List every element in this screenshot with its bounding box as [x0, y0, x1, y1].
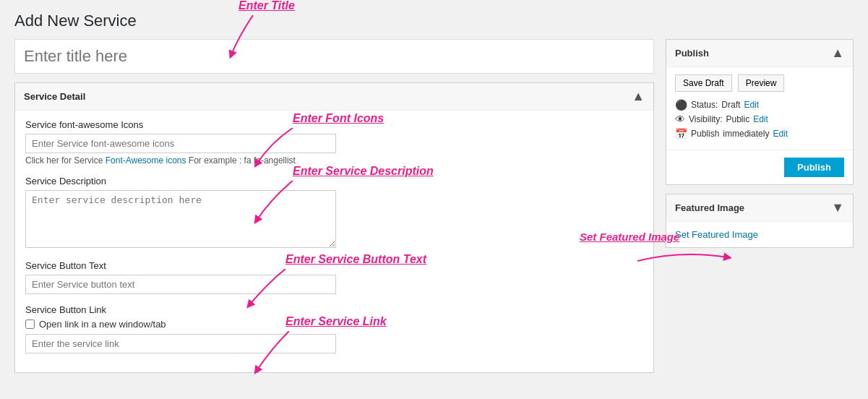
featured-image-header: Featured Image ▼ — [666, 194, 853, 222]
title-input[interactable] — [14, 39, 654, 74]
visibility-label: Visibility: — [689, 114, 722, 124]
service-detail-header: Service Detail ▲ — [15, 83, 653, 111]
featured-image-body: Set Featured Image — [666, 222, 853, 247]
publish-time-row: 📅 Publish immediately Edit — [675, 128, 844, 140]
button-text-input[interactable] — [25, 275, 336, 294]
status-label: Status: — [691, 100, 718, 110]
preview-button[interactable]: Preview — [738, 74, 785, 92]
font-awesome-link[interactable]: Font-Awesome icons — [106, 155, 186, 166]
featured-image-box: Set Featured Image Featured Image ▼ Set … — [666, 194, 854, 248]
featured-image-toggle[interactable]: ▼ — [831, 200, 844, 215]
annotation-enter-title: Enter Title — [239, 0, 295, 12]
button-text-group: Enter Service Button Text Service Button… — [25, 260, 643, 294]
button-link-label: Service Button Link — [25, 304, 643, 315]
button-link-group: Enter Service Link Service Button Link O… — [25, 304, 643, 353]
publish-toggle[interactable]: ▲ — [831, 46, 844, 61]
description-group: Enter Service Description Service Descri… — [25, 176, 643, 250]
set-featured-image-link[interactable]: Set Featured Image — [675, 229, 758, 240]
visibility-row: 👁 Visibility: Public Edit — [675, 113, 844, 125]
service-link-input[interactable] — [25, 334, 336, 353]
publish-button[interactable]: Publish — [784, 158, 844, 177]
font-icons-input[interactable] — [25, 134, 336, 153]
description-label: Service Description — [25, 176, 643, 186]
calendar-icon: 📅 — [675, 128, 687, 140]
service-detail-toggle[interactable]: ▲ — [632, 89, 645, 104]
visibility-value: Public — [726, 114, 749, 124]
save-draft-button[interactable]: Save Draft — [675, 74, 732, 92]
service-detail-title: Service Detail — [24, 91, 85, 102]
visibility-edit-link[interactable]: Edit — [753, 114, 768, 124]
publish-header: Publish ▲ — [666, 40, 853, 67]
font-icons-hint: Click her for Service Font-Awesome icons… — [25, 155, 643, 166]
publish-actions: Save Draft Preview — [675, 74, 844, 92]
publish-time-value: immediately — [723, 129, 769, 139]
hint-prefix: Click her for Service — [25, 155, 106, 166]
checkbox-group: Open link in a new window/tab — [25, 319, 643, 330]
featured-image-title: Featured Image — [675, 202, 744, 213]
status-value: Draft — [721, 100, 740, 110]
eye-icon: 👁 — [675, 113, 685, 125]
description-textarea[interactable] — [25, 190, 336, 248]
new-window-checkbox[interactable] — [25, 319, 35, 329]
service-detail-box: Service Detail ▲ Enter Font Icons — [14, 82, 654, 373]
button-text-label: Service Button Text — [25, 260, 643, 271]
lock-icon: ⚫ — [675, 99, 687, 111]
publish-body: Save Draft Preview ⚫ Status: Draft Edit … — [666, 67, 853, 150]
publish-box-title: Publish — [675, 48, 709, 59]
checkbox-label: Open link in a new window/tab — [39, 319, 166, 330]
publish-time-label: Publish — [691, 129, 719, 139]
font-icons-label: Service font-awesome Icons — [25, 119, 643, 130]
publish-time-edit-link[interactable]: Edit — [773, 129, 788, 139]
hint-suffix: For example : fa fa-angellist — [186, 155, 296, 166]
service-detail-body: Enter Font Icons Service font-awesome Ic… — [15, 111, 653, 372]
status-row: ⚫ Status: Draft Edit — [675, 99, 844, 111]
status-edit-link[interactable]: Edit — [744, 100, 759, 110]
font-icons-group: Enter Font Icons Service font-awesome Ic… — [25, 119, 643, 166]
page-title: Add New Service — [14, 12, 854, 30]
publish-box: Publish ▲ Save Draft Preview ⚫ Status: D… — [666, 39, 854, 185]
publish-footer: Publish — [666, 150, 853, 184]
